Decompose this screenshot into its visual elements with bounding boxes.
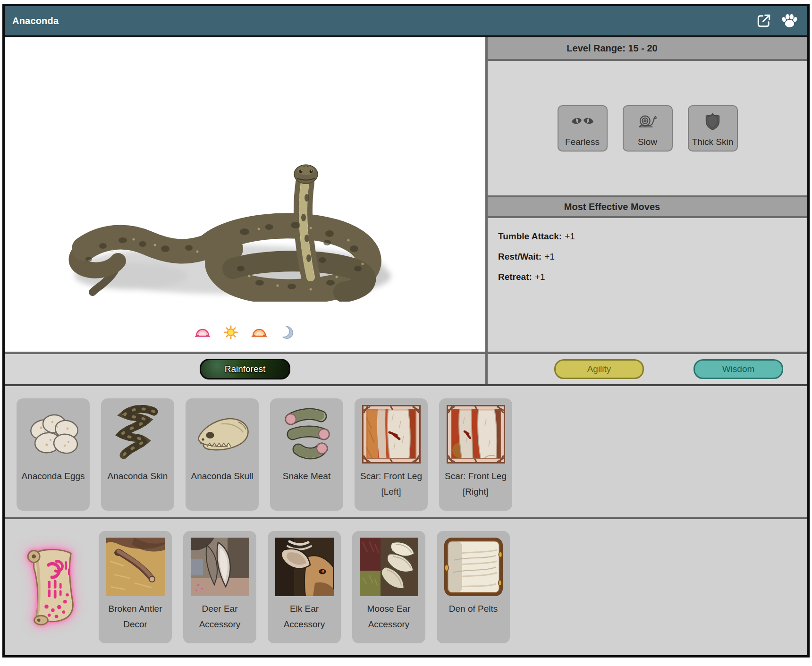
day-icon [223,325,239,339]
traits-area: Fearless Slow [488,61,807,195]
unlock-card-moose-ear-accessory[interactable]: Moose Ear Accessory [352,531,425,643]
anaconda-skull-image [193,405,252,464]
titlebar: Anaconda [5,6,807,37]
deer-ear-accessory-image [190,537,250,597]
drop-card-scar-front-leg-right[interactable]: Scar: Front Leg [Right] [439,398,512,511]
elk-ear-accessory-image [275,537,334,597]
moose-ear-accessory-image [359,537,419,597]
shield-icon [705,106,720,137]
move-value: +1 [535,272,545,282]
creature-info-page: Anaconda [0,0,812,666]
recipe-scroll-icon[interactable] [20,544,84,630]
external-link-icon[interactable] [755,13,772,29]
trait-thick-skin[interactable]: Thick Skin [688,105,738,152]
window-frame: Anaconda [2,4,810,658]
drop-card-scar-front-leg-left[interactable]: Scar: Front Leg [Left] [355,398,428,511]
stat-wisdom-button[interactable]: Wisdom [694,359,783,379]
drop-label: Anaconda Eggs [19,468,87,484]
drop-card-anaconda-eggs[interactable]: Anaconda Eggs [17,398,90,511]
page-title: Anaconda [12,16,59,26]
habitat-row: Rainforest [5,354,485,384]
stats-panel: Level Range: 15 - 20 Fearless [488,37,807,352]
trait-label: Thick Skin [692,137,734,151]
move-name: Rest/Wait: [498,252,541,261]
unlock-card-deer-ear-accessory[interactable]: Deer Ear Accessory [183,531,256,643]
sunrise-icon [195,325,211,339]
creature-image-panel [5,37,485,352]
move-value: +1 [565,231,575,241]
unlock-label: Moose Ear Accessory [355,601,423,632]
drop-label: Anaconda Skull [188,468,256,484]
unlock-label: Den of Pelts [440,601,507,616]
top-grid: Level Range: 15 - 20 Fearless [5,37,807,384]
active-times-row [5,325,485,339]
move-name: Tumble Attack: [498,231,562,241]
scar-front-leg-left-image [362,405,421,464]
anaconda-eggs-image [24,405,83,464]
move-row: Tumble Attack:+1 [498,231,798,242]
unlock-label: Deer Ear Accessory [186,601,254,632]
unlock-label: Broken Antler Decor [102,601,169,632]
trait-fearless[interactable]: Fearless [558,105,608,152]
night-icon [279,325,296,339]
drops-section: Anaconda Eggs Anaconda Skin [5,384,807,517]
sunset-icon [251,325,267,339]
moves-header: Most Effective Moves [488,195,807,218]
anaconda-head [294,165,318,184]
moves-list: Tumble Attack:+1 Rest/Wait:+1 Retreat:+1 [488,218,807,352]
move-row: Retreat:+1 [498,272,798,282]
unlocks-section: Broken Antler Decor Deer Ear Accessory [5,517,807,655]
move-name: Retreat: [498,272,532,282]
level-range-header: Level Range: 15 - 20 [488,37,807,61]
drop-card-snake-meat[interactable]: Snake Meat [270,398,343,511]
drop-label: Scar: Front Leg [Right] [442,468,509,499]
stat-agility-button[interactable]: Agility [554,359,644,379]
drop-label: Scar: Front Leg [Left] [357,468,425,499]
broken-antler-decor-image [106,537,165,597]
drop-card-anaconda-skull[interactable]: Anaconda Skull [186,398,259,511]
trait-slow[interactable]: Slow [623,105,673,152]
unlock-card-elk-ear-accessory[interactable]: Elk Ear Accessory [268,531,341,643]
cat-eyes-icon [571,106,594,137]
anaconda-illustration [46,127,405,302]
paw-icon[interactable] [781,13,798,29]
unlock-card-broken-antler-decor[interactable]: Broken Antler Decor [99,531,172,643]
snail-icon [637,106,658,137]
anaconda-skin-image [108,405,168,464]
unlock-card-den-of-pelts[interactable]: Den of Pelts [437,531,510,643]
snake-meat-image [277,405,337,464]
drop-label: Snake Meat [273,468,340,484]
den-of-pelts-image [444,537,503,597]
drop-label: Anaconda Skin [104,468,171,484]
move-row: Rest/Wait:+1 [498,252,798,262]
habitat-rainforest-button[interactable]: Rainforest [200,359,290,379]
move-value: +1 [544,252,555,261]
drop-card-anaconda-skin[interactable]: Anaconda Skin [101,398,174,511]
trait-label: Fearless [565,137,600,151]
scar-front-leg-right-image [446,405,506,464]
stat-buttons-row: Agility Wisdom [488,354,807,384]
trait-label: Slow [638,137,657,151]
recipe-scroll-wrap [17,544,87,630]
unlock-label: Elk Ear Accessory [271,601,338,632]
